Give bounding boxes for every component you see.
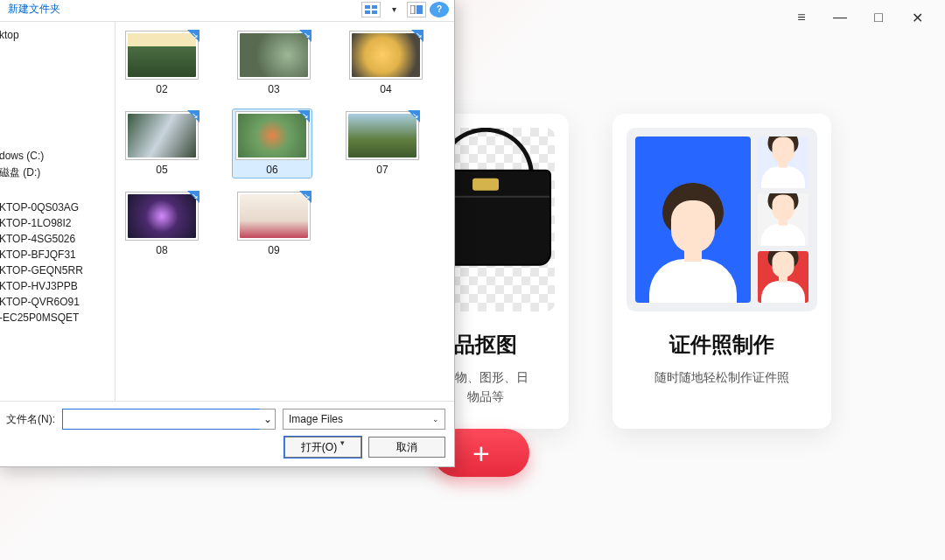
thumb-image: ↘ <box>125 192 199 241</box>
id-thumb-blue <box>758 136 808 188</box>
file-thumb[interactable]: ↘ 02 <box>122 31 201 95</box>
tree-desktop[interactable]: ktop <box>0 27 115 43</box>
card-idphoto-title: 证件照制作 <box>669 331 774 359</box>
file-thumb[interactable]: ↘ 06 <box>233 109 312 178</box>
thumb-image: ↘ <box>125 111 199 160</box>
thumb-image: ↘ <box>235 111 309 160</box>
maximize-button[interactable]: □ <box>868 7 889 28</box>
thumb-image: ↘ <box>125 31 199 80</box>
tree-network-item[interactable]: KTOP-GEQN5RR <box>0 262 115 278</box>
file-thumb[interactable]: ↘ 04 <box>346 31 425 95</box>
tree-network-item[interactable]: KTOP-1LO98I2 <box>0 215 115 231</box>
tree-network-item[interactable]: KTOP-QVR6O91 <box>0 294 115 310</box>
thumb-image: ↘ <box>237 192 311 241</box>
thumb-label: 07 <box>376 164 388 176</box>
tree-network-item[interactable]: KTOP-4SG5026 <box>0 231 115 247</box>
filename-label: 文件名(N): <box>6 412 55 427</box>
preview-pane-button[interactable] <box>407 2 426 18</box>
close-button[interactable]: ✕ <box>906 7 928 28</box>
menu-button[interactable]: ≡ <box>791 7 812 28</box>
file-thumb[interactable]: ↘ 03 <box>234 31 313 95</box>
tree-drive-c[interactable]: dows (C:) <box>0 148 115 164</box>
tree-drive-d[interactable]: 磁盘 (D:) <box>0 164 115 182</box>
card-idphoto[interactable]: 证件照制作 随时随地轻松制作证件照 <box>612 114 831 429</box>
thumb-label: 08 <box>156 244 167 256</box>
card-cutout-title: 品抠图 <box>454 331 517 359</box>
id-thumb-red <box>758 251 808 303</box>
minimize-button[interactable]: — <box>830 7 850 28</box>
filename-dropdown-icon[interactable]: ⌄ <box>260 409 276 430</box>
svg-rect-2 <box>365 10 370 14</box>
chevron-down-icon: ⌄ <box>432 415 439 424</box>
open-button[interactable]: 打开(O) ▾ <box>284 437 361 458</box>
folder-tree[interactable]: ktop dows (C:) 磁盘 (D:) KTOP-0QS03AGKTOP-… <box>0 22 116 401</box>
cancel-button[interactable]: 取消 <box>368 437 445 458</box>
tree-network-item[interactable]: -EC25P0MSQET <box>0 310 115 326</box>
thumb-image: ↘ <box>346 111 419 160</box>
filename-input[interactable] <box>62 409 276 430</box>
idphoto-preview <box>626 128 817 312</box>
file-thumb[interactable]: ↘ 05 <box>122 111 201 176</box>
file-thumb[interactable]: ↘ 09 <box>234 192 313 256</box>
view-mode-button[interactable] <box>361 2 381 18</box>
svg-rect-5 <box>416 5 423 14</box>
thumb-label: 05 <box>156 164 167 176</box>
thumb-image: ↘ <box>237 31 311 80</box>
dialog-toolbar: 新建文件夹 ▾ ? <box>0 0 454 22</box>
thumb-label: 09 <box>268 244 279 256</box>
file-thumb[interactable]: ↘ 08 <box>122 192 201 256</box>
tree-network-item[interactable]: KTOP-HVJ3PPB <box>0 278 115 294</box>
new-folder-button[interactable]: 新建文件夹 <box>3 0 66 18</box>
view-dropdown-icon[interactable]: ▾ <box>384 2 403 18</box>
titlebar: ≡ — □ ✕ <box>791 0 945 35</box>
filetype-select[interactable]: Image Files ⌄ <box>283 409 445 430</box>
file-list[interactable]: ↘ 02 ↘ 03 ↘ 04 ↘ 05 ↘ 06 ↘ <box>116 22 454 401</box>
thumb-image: ↘ <box>349 31 423 80</box>
tree-network-item[interactable]: KTOP-0QS03AG <box>0 200 115 215</box>
tree-network-item[interactable]: KTOP-BFJQF31 <box>0 247 115 262</box>
file-thumb[interactable]: ↘ 07 <box>343 111 422 176</box>
feature-cards: 品抠图 植物、图形、日 物品等 <box>402 114 831 429</box>
svg-rect-0 <box>365 5 370 9</box>
chevron-down-icon: ▾ <box>340 438 345 447</box>
file-open-dialog: 新建文件夹 ▾ ? ktop dows (C:) 磁盘 (D:) KTOP-0Q… <box>0 0 455 467</box>
help-button[interactable]: ? <box>430 2 449 18</box>
svg-rect-3 <box>372 10 377 14</box>
svg-rect-4 <box>410 5 415 14</box>
thumb-label: 02 <box>156 83 167 95</box>
thumb-label: 06 <box>266 164 277 176</box>
id-thumb-white <box>758 193 808 245</box>
dialog-bottom: 文件名(N): ⌄ Image Files ⌄ 打开(O) ▾ 取消 <box>0 401 454 466</box>
thumb-label: 03 <box>268 83 279 95</box>
id-main-photo <box>635 136 751 303</box>
card-idphoto-desc: 随时随地轻松制作证件照 <box>648 368 796 387</box>
thumb-label: 04 <box>380 83 391 95</box>
svg-rect-1 <box>372 5 377 9</box>
plus-icon: + <box>472 438 490 468</box>
